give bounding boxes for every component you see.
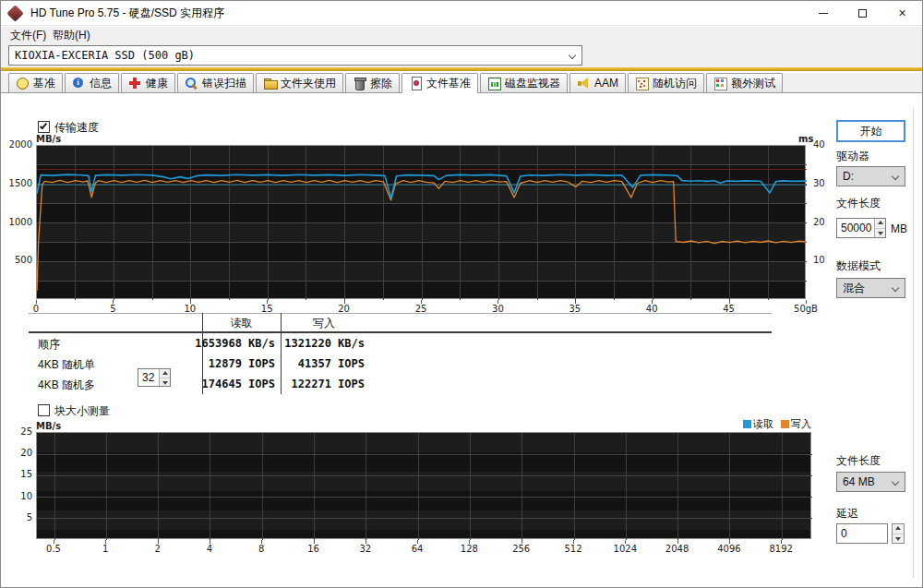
device-select-value: KIOXIA-EXCERIA SSD (500 gB) bbox=[15, 49, 195, 62]
x-axis-label: 10 bbox=[184, 304, 196, 314]
step-down-button[interactable] bbox=[160, 378, 170, 386]
y-axis-label: 500 bbox=[6, 255, 32, 265]
stepper-arrows bbox=[159, 369, 170, 386]
maximize-icon bbox=[858, 9, 867, 18]
tab-label: 文件基准 bbox=[426, 77, 471, 90]
tab-info[interactable]: 信息 bbox=[65, 73, 119, 92]
file-length-stepper[interactable]: 50000 bbox=[836, 218, 886, 238]
block-file-length-select[interactable]: 64 MB bbox=[836, 472, 905, 492]
axis-tick bbox=[497, 300, 498, 304]
data-mode-label: 数据模式 bbox=[836, 258, 881, 274]
queue-depth-value: 32 bbox=[142, 369, 154, 386]
x-axis-label: 5 bbox=[110, 304, 115, 314]
block-size-label: 块大小测量 bbox=[54, 404, 110, 417]
axis-tick bbox=[652, 300, 653, 304]
axis-tick bbox=[625, 540, 626, 544]
transfer-speed-label: 传输速度 bbox=[54, 121, 99, 134]
y2-axis-label: 20 bbox=[813, 217, 825, 227]
bottom-chart-y-unit: MB/s bbox=[36, 421, 61, 431]
app-window: HD Tune Pro 5.75 - 硬盘/SSD 实用程序 × 文件(F) 帮… bbox=[0, 0, 923, 588]
menu-help[interactable]: 帮助(H) bbox=[47, 27, 96, 43]
block-size-checkbox[interactable] bbox=[38, 404, 50, 416]
maximize-button[interactable] bbox=[843, 1, 882, 26]
app-icon bbox=[6, 5, 23, 21]
minimize-button[interactable] bbox=[803, 1, 843, 26]
drive-select[interactable]: D: bbox=[836, 166, 905, 186]
tab-erase[interactable]: 擦除 bbox=[345, 73, 400, 92]
step-down-button[interactable] bbox=[875, 228, 885, 237]
axis-tick bbox=[366, 540, 366, 544]
step-up-button[interactable] bbox=[893, 524, 904, 534]
tab-disk-monitor[interactable]: 磁盘监视器 bbox=[480, 73, 568, 92]
x-axis-label: 1024 bbox=[614, 544, 637, 554]
axis-tick bbox=[344, 300, 345, 304]
tab-label: 磁盘监视器 bbox=[505, 77, 560, 90]
panel-divider bbox=[913, 107, 914, 578]
folder-icon bbox=[263, 77, 277, 90]
tab-label: 擦除 bbox=[370, 77, 392, 90]
close-button[interactable]: × bbox=[882, 1, 922, 26]
axis-tick bbox=[729, 540, 730, 544]
accent-divider bbox=[1, 67, 922, 71]
device-select[interactable]: KIOXIA-EXCERIA SSD (500 gB) bbox=[8, 45, 582, 66]
tab-error-scan[interactable]: 错误扫描 bbox=[177, 73, 254, 92]
legend-label: 写入 bbox=[791, 418, 811, 429]
tab-file-benchmark[interactable]: 文件基准 bbox=[402, 73, 478, 93]
x-axis-label: 4096 bbox=[717, 544, 740, 554]
block-file-length-value: 64 MB bbox=[843, 475, 875, 488]
delay-input[interactable]: 0 bbox=[836, 523, 888, 544]
axis-tick bbox=[210, 540, 210, 544]
disk-monitor-icon bbox=[487, 77, 501, 90]
legend-swatch bbox=[781, 420, 789, 428]
file-length-value: 50000 bbox=[841, 219, 871, 237]
file-benchmark-icon bbox=[409, 77, 423, 90]
toolbar: KIOXIA-EXCERIA SSD (500 gB) 一 般 退出 bbox=[1, 43, 922, 67]
axis-tick bbox=[36, 300, 37, 304]
tab-aam[interactable]: AAM bbox=[569, 73, 626, 92]
axis-tick bbox=[314, 540, 315, 544]
axis-tick bbox=[105, 540, 106, 544]
tab-extra-tests[interactable]: 额外测试 bbox=[706, 73, 783, 92]
delay-stepper[interactable] bbox=[892, 523, 905, 544]
queue-depth-stepper[interactable]: 32 bbox=[138, 368, 171, 387]
tab-random-access[interactable]: 随机访问 bbox=[628, 73, 704, 92]
x-axis-label: 35 bbox=[569, 304, 581, 314]
window-title: HD Tune Pro 5.75 - 硬盘/SSD 实用程序 bbox=[30, 1, 224, 26]
y-axis-label: 5 bbox=[6, 512, 32, 522]
start-button[interactable]: 开始 bbox=[836, 120, 905, 142]
block-size-option: 块大小测量 bbox=[38, 404, 110, 419]
extra-tests-icon bbox=[713, 77, 727, 90]
step-up-button[interactable] bbox=[875, 219, 885, 228]
x-axis-label: 0.5 bbox=[46, 544, 61, 554]
step-up-button[interactable] bbox=[160, 369, 170, 378]
chart-legend: 读取写入 bbox=[627, 417, 811, 431]
write-column-header: 写入 bbox=[281, 316, 367, 331]
x-axis-label: 0 bbox=[33, 304, 39, 314]
axis-tick bbox=[54, 540, 54, 544]
drive-select-value: D: bbox=[843, 170, 854, 183]
stepper-arrows bbox=[874, 219, 885, 237]
file-length-unit: MB bbox=[891, 222, 907, 235]
data-mode-select[interactable]: 混合 bbox=[836, 278, 905, 298]
titlebar: HD Tune Pro 5.75 - 硬盘/SSD 实用程序 × bbox=[1, 1, 922, 26]
transfer-speed-checkbox[interactable] bbox=[38, 121, 50, 133]
x-axis-label: 20 bbox=[338, 304, 350, 314]
table-line bbox=[29, 331, 772, 333]
legend-swatch bbox=[743, 420, 751, 428]
block-file-length-label: 文件长度 bbox=[836, 453, 881, 469]
top-chart-y2-unit: ms bbox=[798, 134, 813, 144]
axis-tick bbox=[261, 540, 262, 544]
x-axis-label: 256 bbox=[512, 544, 530, 554]
scan-magnifier-icon bbox=[185, 77, 198, 90]
menu-file[interactable]: 文件(F) bbox=[5, 27, 52, 43]
tab-benchmark[interactable]: 基准 bbox=[8, 73, 63, 92]
y-axis-label: 1000 bbox=[6, 217, 32, 227]
axis-tick bbox=[806, 300, 807, 304]
axis-tick bbox=[190, 300, 191, 304]
tab-folder-usage[interactable]: 文件夹使用 bbox=[256, 73, 343, 92]
read-value: 12879 IOPS bbox=[167, 357, 275, 372]
x-axis-label: 40 bbox=[646, 304, 658, 314]
tab-health[interactable]: 健康 bbox=[121, 73, 175, 92]
step-down-button[interactable] bbox=[893, 534, 904, 543]
x-axis-label: 32 bbox=[359, 544, 371, 554]
